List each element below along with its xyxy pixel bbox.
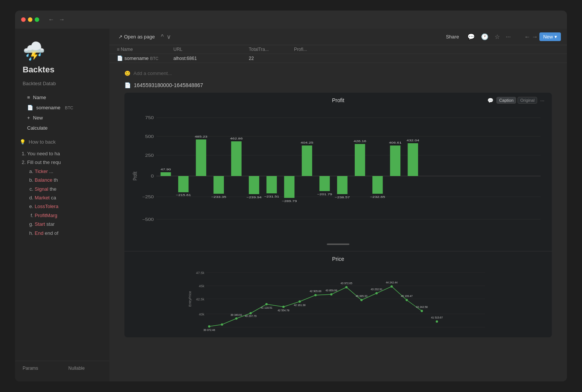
sub-step-losstol: LossTolera xyxy=(35,202,105,211)
sidebar-subtitle: Backtest Datab xyxy=(15,81,109,86)
svg-text:43 232.91: 43 232.91 xyxy=(371,288,382,291)
svg-rect-31 xyxy=(319,176,330,191)
svg-text:43 859.99: 43 859.99 xyxy=(325,289,337,292)
svg-rect-23 xyxy=(249,176,259,194)
svg-text:42 161.38: 42 161.38 xyxy=(294,304,305,306)
svg-text:45k: 45k xyxy=(199,284,204,288)
row-totaltrades-cell: 22 xyxy=(249,56,294,61)
sidebar-new-label: New xyxy=(33,115,43,121)
svg-text:750: 750 xyxy=(145,116,154,120)
comment-bar: 🙂 Add a comment... xyxy=(124,70,552,76)
svg-text:47.5k: 47.5k xyxy=(196,271,205,275)
svg-text:−500: −500 xyxy=(142,217,154,222)
sidebar-item-new[interactable]: + New xyxy=(20,113,105,123)
db-forward-icon[interactable]: → xyxy=(532,34,538,40)
scroll-bar[interactable] xyxy=(327,243,349,245)
svg-rect-13 xyxy=(161,172,171,176)
svg-rect-21 xyxy=(231,141,242,176)
title-bar: ← → xyxy=(15,11,567,29)
svg-text:Profit: Profit xyxy=(132,172,138,181)
original-button[interactable]: Original xyxy=(518,97,537,104)
profit-chart-title: Profit xyxy=(332,97,345,103)
new-chevron: ▾ xyxy=(554,34,557,40)
row-tag: BTC xyxy=(150,56,158,61)
nullable-col: Nullable xyxy=(68,366,84,371)
document-icon: 📄 xyxy=(124,82,131,88)
file-header: 📄 1645593180000-1645848867 xyxy=(124,82,552,88)
steps-list: You need to ha Fill out the requ Ticker … xyxy=(20,149,105,237)
maximize-button[interactable] xyxy=(35,17,39,22)
share-button[interactable]: Share xyxy=(442,32,463,41)
svg-text:39 349.91: 39 349.91 xyxy=(230,314,242,316)
svg-rect-17 xyxy=(196,139,207,176)
svg-point-79 xyxy=(299,300,301,303)
svg-point-81 xyxy=(314,294,317,296)
profit-svg: 750 500 250 0 −250 −500 Profit xyxy=(130,106,546,242)
star-icon[interactable]: ☆ xyxy=(493,32,501,42)
svg-point-97 xyxy=(436,320,438,323)
row-file-icon: 📄 xyxy=(117,55,123,61)
smiley-icon: 🙂 xyxy=(124,70,130,76)
svg-point-91 xyxy=(391,285,393,288)
sidebar-item-calculate[interactable]: Calculate xyxy=(20,123,105,133)
svg-rect-15 xyxy=(178,176,189,192)
sidebar-item-somename[interactable]: 📄 somename BTC xyxy=(20,103,105,113)
svg-text:39 072.46: 39 072.46 xyxy=(203,329,215,331)
new-record-button[interactable]: New ▾ xyxy=(539,32,561,41)
traffic-lights xyxy=(21,17,39,22)
svg-rect-27 xyxy=(284,176,295,198)
col-name-header: ≡ Name xyxy=(117,47,173,52)
svg-text:42 905.66: 42 905.66 xyxy=(309,290,321,292)
db-controls: ← → New ▾ xyxy=(524,32,561,41)
col-profit-header: Profi... xyxy=(294,47,332,52)
comment-icon[interactable]: 💬 xyxy=(466,32,476,42)
close-button[interactable] xyxy=(21,17,26,22)
svg-rect-41 xyxy=(408,143,418,176)
svg-point-68 xyxy=(208,325,210,328)
row-url-cell: alhost:6861 xyxy=(173,56,249,61)
sidebar-name-label: Name xyxy=(33,95,46,100)
chart-more-icon[interactable]: ··· xyxy=(539,96,546,105)
db-back-icon[interactable]: ← xyxy=(524,34,530,40)
forward-arrow[interactable]: → xyxy=(57,15,66,24)
svg-rect-33 xyxy=(337,176,348,194)
price-chart-title: Price xyxy=(332,256,344,262)
svg-point-77 xyxy=(282,306,285,308)
svg-point-89 xyxy=(375,292,378,294)
bulb-icon: 💡 xyxy=(20,139,26,145)
caption-button[interactable]: Caption xyxy=(496,97,516,104)
more-icon[interactable]: ··· xyxy=(504,32,512,42)
svg-text:44 242.44: 44 242.44 xyxy=(386,281,397,284)
chevron-down-icon[interactable]: ∨ xyxy=(167,33,171,40)
sub-step-ticker: Ticker ... xyxy=(35,167,105,176)
step-1: You need to ha xyxy=(27,149,105,158)
chevron-up-icon[interactable]: ^ xyxy=(161,34,164,40)
svg-text:−231.51: −231.51 xyxy=(264,195,279,198)
svg-point-83 xyxy=(330,293,332,296)
sidebar-logo: ⛈️ Backtes xyxy=(15,35,109,84)
name-icon: ≡ xyxy=(27,95,30,100)
comment-placeholder[interactable]: Add a comment... xyxy=(133,70,172,76)
profit-chart-title-bar: Profit 💬 Caption Original ··· xyxy=(130,97,546,103)
price-svg: 47.5k 45k 42.5k 40k EntryPrice xyxy=(130,265,546,333)
back-arrow[interactable]: ← xyxy=(47,15,56,24)
svg-point-85 xyxy=(345,286,348,288)
clock-icon[interactable]: 🕐 xyxy=(479,32,490,42)
params-col: Params xyxy=(23,366,38,371)
svg-text:404.25: 404.25 xyxy=(301,141,314,144)
svg-text:41 515.67: 41 515.67 xyxy=(431,316,443,319)
price-chart-section: Price 47.5k xyxy=(124,251,552,337)
file-icon: 📄 xyxy=(27,105,33,110)
sidebar-item-name-col[interactable]: ≡ Name xyxy=(20,92,105,103)
svg-text:42 554.78: 42 554.78 xyxy=(277,309,289,312)
minimize-button[interactable] xyxy=(28,17,32,22)
svg-text:500: 500 xyxy=(145,135,154,139)
sub-step-signal: Signal the xyxy=(35,185,105,193)
profit-chart-comment-icon[interactable]: 💬 xyxy=(486,96,495,105)
sub-step-profitmarg: ProfitMarg xyxy=(35,211,105,220)
plus-icon: + xyxy=(27,115,30,121)
svg-point-71 xyxy=(235,317,237,320)
open-as-page-btn[interactable]: ↗ Open as page xyxy=(115,32,158,41)
charts-container: Profit 💬 Caption Original ··· xyxy=(124,93,552,337)
db-table-data-row: 📄 somename BTC alhost:6861 22 xyxy=(109,54,567,63)
